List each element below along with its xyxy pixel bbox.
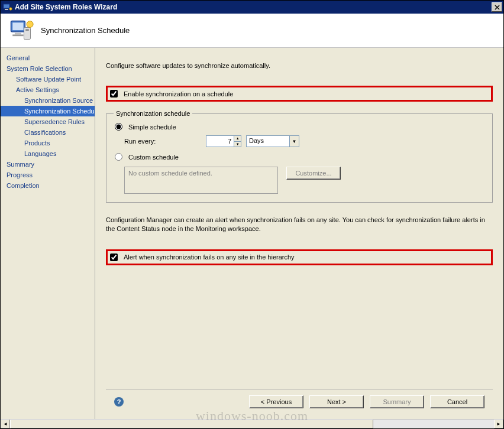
enable-sync-checkbox[interactable]: Enable synchronization on a schedule xyxy=(110,90,233,98)
window-title: Add Site System Roles Wizard xyxy=(15,3,492,11)
help-icon[interactable]: ? xyxy=(114,397,124,407)
nav-summary[interactable]: Summary xyxy=(1,159,95,170)
nav-classifications[interactable]: Classifications xyxy=(1,127,95,138)
run-every-label: Run every: xyxy=(124,138,201,145)
previous-button[interactable]: < Previous xyxy=(249,395,303,408)
scroll-thumb[interactable] xyxy=(10,420,373,428)
close-button[interactable] xyxy=(492,2,502,12)
wizard-buttons: ? < Previous Next > Summary Cancel xyxy=(106,389,493,414)
nav-general[interactable]: General xyxy=(1,53,95,63)
alert-info-text: Configuration Manager can create an aler… xyxy=(106,216,493,234)
custom-schedule-text: No custom schedule defined. xyxy=(124,167,278,194)
wizard-window: Add Site System Roles Wizard Synchroniza… xyxy=(0,0,504,429)
svg-rect-8 xyxy=(12,34,23,36)
enable-sync-label: Enable synchronization on a schedule xyxy=(124,90,233,98)
simple-schedule-radio-input[interactable] xyxy=(115,123,122,131)
nav-system-role-selection[interactable]: System Role Selection xyxy=(1,63,95,74)
svg-rect-10 xyxy=(25,29,29,31)
wizard-content: Configure software updates to synchroniz… xyxy=(95,48,503,419)
alert-highlight: Alert when synchronization fails on any … xyxy=(106,249,493,265)
nav-progress[interactable]: Progress xyxy=(1,170,95,180)
alert-label: Alert when synchronization fails on any … xyxy=(124,254,295,261)
nav-software-update-point[interactable]: Software Update Point xyxy=(1,74,95,84)
custom-schedule-label: Custom schedule xyxy=(128,154,179,161)
wizard-header: Synchronization Schedule xyxy=(1,14,503,48)
nav-products[interactable]: Products xyxy=(1,138,95,148)
chevron-down-icon[interactable]: ▼ xyxy=(289,136,299,147)
interval-unit-value: Days xyxy=(247,136,289,147)
nav-sync-schedule[interactable]: Synchronization Schedule xyxy=(1,106,95,116)
nav-sync-source[interactable]: Synchronization Source xyxy=(1,95,95,106)
simple-schedule-radio[interactable]: Simple schedule xyxy=(115,123,176,131)
summary-button: Summary xyxy=(370,395,424,408)
simple-schedule-label: Simple schedule xyxy=(128,124,176,131)
nav-supersedence-rules[interactable]: Supersedence Rules xyxy=(1,116,95,127)
nav-languages[interactable]: Languages xyxy=(1,148,95,159)
description-text: Configure software updates to synchroniz… xyxy=(106,62,493,69)
page-title: Synchronization Schedule xyxy=(41,26,130,35)
nav-sidebar: General System Role Selection Software U… xyxy=(1,48,95,419)
scroll-right-icon[interactable]: ► xyxy=(494,420,503,428)
spinner-up-icon[interactable]: ▲ xyxy=(234,136,241,142)
scroll-left-icon[interactable]: ◄ xyxy=(1,420,10,428)
cancel-button[interactable]: Cancel xyxy=(430,395,484,408)
customize-button: Customize... xyxy=(286,167,341,180)
titlebar: Add Site System Roles Wizard xyxy=(1,1,503,14)
run-every-row: Run every: ▲ ▼ Days ▼ xyxy=(124,135,485,147)
spinner-buttons[interactable]: ▲ ▼ xyxy=(234,136,241,147)
svg-rect-0 xyxy=(4,4,9,8)
interval-spinner[interactable]: ▲ ▼ xyxy=(206,135,241,147)
header-icon xyxy=(8,18,34,44)
svg-point-2 xyxy=(9,8,12,10)
nav-active-settings[interactable]: Active Settings xyxy=(1,84,95,95)
nav-completion[interactable]: Completion xyxy=(1,180,95,191)
alert-checkbox-input[interactable] xyxy=(110,254,118,261)
svg-rect-1 xyxy=(5,9,8,10)
next-button[interactable]: Next > xyxy=(309,395,364,408)
svg-point-11 xyxy=(27,21,33,27)
scroll-track[interactable] xyxy=(10,420,494,428)
interval-input[interactable] xyxy=(206,136,234,147)
custom-schedule-area: No custom schedule defined. Customize... xyxy=(124,167,485,194)
sync-schedule-legend: Synchronization schedule xyxy=(114,110,192,117)
custom-schedule-radio[interactable]: Custom schedule xyxy=(115,153,179,161)
enable-sync-checkbox-input[interactable] xyxy=(110,90,118,98)
app-icon xyxy=(3,2,12,12)
svg-rect-6 xyxy=(12,22,23,30)
alert-checkbox[interactable]: Alert when synchronization fails on any … xyxy=(110,254,295,261)
enable-sync-highlight: Enable synchronization on a schedule xyxy=(106,86,493,102)
sync-schedule-group: Synchronization schedule Simple schedule… xyxy=(106,110,493,203)
custom-schedule-radio-input[interactable] xyxy=(115,153,122,161)
svg-rect-7 xyxy=(15,32,21,34)
interval-unit-combo[interactable]: Days ▼ xyxy=(246,135,299,147)
spinner-down-icon[interactable]: ▼ xyxy=(234,142,241,147)
horizontal-scrollbar[interactable]: ◄ ► xyxy=(1,419,503,428)
wizard-body: General System Role Selection Software U… xyxy=(1,48,503,419)
